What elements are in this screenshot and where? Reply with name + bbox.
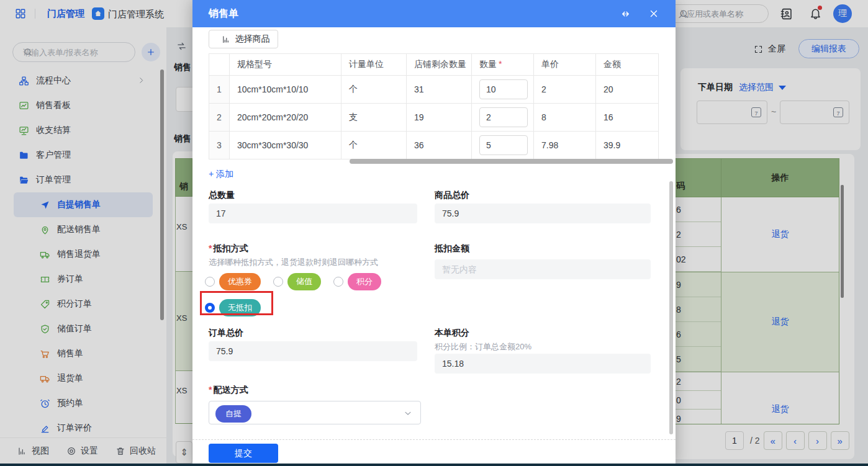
goods-total-field: 75.9 (435, 204, 651, 223)
annotation-red-box (200, 291, 273, 315)
delivery-label-text: 配送方式 (213, 385, 248, 395)
product-cell: 个 (341, 76, 407, 104)
total-qty-field: 17 (209, 204, 417, 223)
product-row: 110cm*10cm*10/10个3110220 (209, 76, 659, 104)
deduction-label-text: 抵扣方式 (213, 243, 248, 253)
order-total-label: 订单总价 (209, 328, 243, 339)
product-col-header: 金额 (596, 54, 659, 76)
product-row: 330cm*30cm*30/30个3657.9839.9 (209, 132, 659, 159)
chevron-down-icon (403, 408, 413, 418)
goods-total-label: 商品总价 (435, 190, 469, 201)
deduction-amount-field: 暂无内容 (435, 259, 651, 279)
qty-input[interactable]: 10 (479, 79, 528, 99)
radio-unselected[interactable] (333, 277, 343, 287)
product-cell: 2 (534, 76, 596, 104)
row-index: 1 (209, 76, 230, 104)
deduction-tag: 储值 (287, 273, 321, 290)
modal-footer: 提交 (192, 439, 676, 466)
product-cell: 7.98 (534, 132, 596, 159)
product-cell: 16 (596, 104, 659, 132)
points-label: 本单积分 (435, 328, 469, 339)
modal-header: 销售单 (192, 0, 676, 27)
deduction-amount-label: 抵扣金额 (435, 243, 469, 254)
required-mark: * (209, 385, 212, 395)
product-col-header: 规格型号 (230, 54, 341, 76)
deduction-label: *抵扣方式 (209, 243, 248, 254)
product-cell: 20cm*20cm*20/20 (230, 104, 341, 132)
product-cell: 30cm*30cm*30/30 (230, 132, 341, 159)
radio-unselected[interactable] (205, 277, 215, 287)
product-table: 规格型号计量单位店铺剩余数量数量*单价金额 110cm*10cm*10/10个3… (209, 53, 659, 159)
add-row-link[interactable]: + 添加 (209, 169, 233, 180)
select-product-label: 选择商品 (235, 34, 270, 45)
row-index: 2 (209, 104, 230, 132)
product-col-header: 计量单位 (341, 54, 407, 76)
deduction-option-0[interactable]: 优惠券 (205, 273, 261, 290)
close-icon[interactable] (648, 8, 659, 19)
product-col-header (209, 54, 230, 76)
qty-cell: 10 (472, 76, 534, 104)
table-horizontal-scrollbar[interactable] (350, 159, 673, 164)
product-cell: 31 (407, 76, 472, 104)
order-total-field: 75.9 (209, 341, 417, 361)
radio-unselected[interactable] (273, 277, 283, 287)
modal-scrollbar[interactable] (669, 181, 673, 434)
product-cell: 39.9 (596, 132, 659, 159)
required-mark: * (209, 243, 212, 253)
product-cell: 个 (341, 132, 407, 159)
product-cell: 支 (341, 104, 407, 132)
product-col-header: 店铺剩余数量 (407, 54, 472, 76)
qty-cell: 5 (472, 132, 534, 159)
sales-order-modal: 销售单 选择商品 规格型号计量单位店铺剩余数量数量*单价金额 110cm*10c… (192, 0, 676, 466)
total-qty-label: 总数量 (209, 190, 235, 201)
delivery-select[interactable]: 自提 (209, 401, 421, 424)
points-helper: 积分比例：订单总金额20% (435, 341, 531, 352)
product-cell: 19 (407, 104, 472, 132)
product-col-header: 单价 (534, 54, 596, 76)
modal-title: 销售单 (209, 7, 238, 20)
bottom-edge-strip (0, 464, 868, 466)
bar-chart-icon (222, 35, 231, 44)
deduction-option-1[interactable]: 储值 (273, 273, 321, 290)
qty-input[interactable]: 5 (479, 135, 528, 155)
product-cell: 20 (596, 76, 659, 104)
expand-icon[interactable] (620, 8, 631, 20)
deduction-tag: 优惠券 (219, 273, 261, 290)
add-label: 添加 (216, 169, 233, 179)
qty-cell: 2 (472, 104, 534, 132)
delivery-label: *配送方式 (209, 385, 248, 396)
product-col-header: 数量* (472, 54, 534, 76)
submit-button[interactable]: 提交 (209, 444, 278, 463)
deduction-option-2[interactable]: 积分 (333, 273, 381, 290)
row-index: 3 (209, 132, 230, 159)
points-field: 15.18 (435, 354, 651, 374)
deduction-options-row1: 优惠券储值积分 (205, 273, 381, 290)
product-row: 220cm*20cm*20/20支192816 (209, 104, 659, 132)
deduction-helper: 选择哪种抵扣方式，退货退款时则退回哪种方式 (209, 257, 378, 268)
product-cell: 8 (534, 104, 596, 132)
deduction-tag: 积分 (348, 273, 381, 290)
delivery-value-tag: 自提 (215, 405, 251, 423)
product-cell: 10cm*10cm*10/10 (230, 76, 341, 104)
select-product-button[interactable]: 选择商品 (209, 30, 278, 48)
product-cell: 36 (407, 132, 472, 159)
qty-input[interactable]: 2 (479, 107, 528, 127)
